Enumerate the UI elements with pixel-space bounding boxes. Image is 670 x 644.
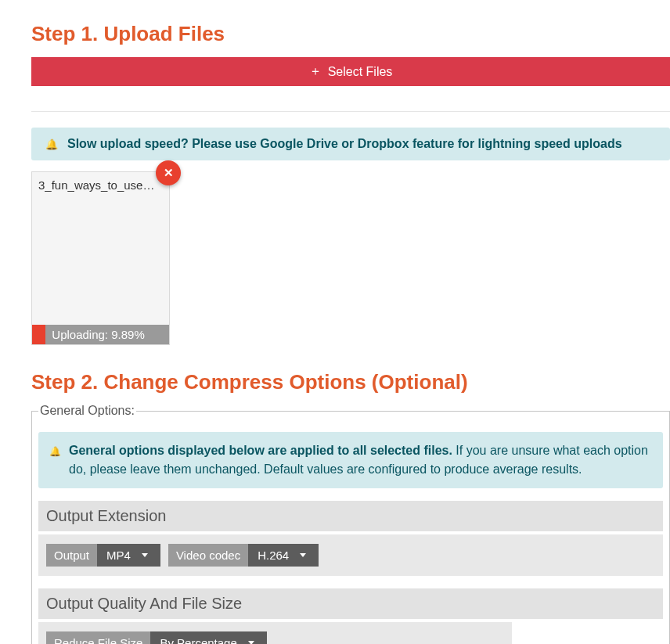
step1-title: Step 1. Upload Files bbox=[31, 22, 670, 46]
reduce-filesize-group: Reduce File Size By Percentage bbox=[46, 631, 267, 644]
video-codec-value: H.264 bbox=[258, 549, 289, 562]
file-card: 3_fun_ways_to_use… Uploading: 9.89% bbox=[31, 171, 170, 345]
chevron-down-icon bbox=[300, 553, 306, 557]
video-codec-group: Video codec H.264 bbox=[168, 544, 319, 567]
upload-speed-notice: 🔔 Slow upload speed? Please use Google D… bbox=[31, 128, 670, 160]
output-format-value: MP4 bbox=[106, 549, 131, 562]
plus-icon: ＋ bbox=[309, 63, 322, 80]
general-options-notice: 🔔 General options displayed below are ap… bbox=[38, 432, 663, 488]
progress-fill bbox=[32, 325, 45, 344]
upload-speed-notice-text: Slow upload speed? Please use Google Dri… bbox=[67, 137, 622, 151]
output-quality-row: Reduce File Size By Percentage bbox=[38, 622, 512, 644]
video-codec-select[interactable]: H.264 bbox=[248, 544, 319, 567]
reduce-filesize-label: Reduce File Size bbox=[46, 631, 150, 644]
reduce-filesize-value: By Percentage bbox=[160, 636, 236, 644]
bell-icon: 🔔 bbox=[49, 444, 61, 479]
select-files-button[interactable]: ＋ Select Files bbox=[31, 57, 670, 86]
output-quality-header: Output Quality And File Size bbox=[38, 588, 663, 619]
file-card-area: ✕ 3_fun_ways_to_use… Uploading: 9.89% bbox=[31, 171, 170, 345]
general-options-legend: General Options: bbox=[38, 404, 136, 418]
file-name: 3_fun_ways_to_use… bbox=[38, 178, 163, 192]
output-extension-row: Output MP4 Video codec H.264 bbox=[38, 534, 663, 576]
output-format-select[interactable]: MP4 bbox=[97, 544, 160, 567]
step2-title: Step 2. Change Compress Options (Optiona… bbox=[31, 370, 670, 394]
general-options-notice-bold: General options displayed below are appl… bbox=[69, 444, 452, 457]
divider bbox=[31, 111, 670, 112]
reduce-filesize-select[interactable]: By Percentage bbox=[150, 631, 266, 644]
progress-label: Uploading: 9.89% bbox=[45, 325, 169, 344]
upload-progress-bar: Uploading: 9.89% bbox=[32, 325, 169, 344]
chevron-down-icon bbox=[142, 553, 148, 557]
chevron-down-icon bbox=[248, 641, 254, 644]
output-label: Output bbox=[46, 544, 97, 567]
video-codec-label: Video codec bbox=[168, 544, 248, 567]
select-files-label: Select Files bbox=[328, 65, 393, 79]
close-icon: ✕ bbox=[164, 166, 174, 180]
general-options-fieldset: General Options: 🔔 General options displ… bbox=[31, 404, 670, 644]
remove-file-button[interactable]: ✕ bbox=[156, 160, 181, 185]
output-format-group: Output MP4 bbox=[46, 544, 160, 567]
general-options-notice-text: General options displayed below are appl… bbox=[69, 441, 652, 479]
output-extension-header: Output Extension bbox=[38, 501, 663, 531]
bell-icon: 🔔 bbox=[45, 139, 58, 150]
